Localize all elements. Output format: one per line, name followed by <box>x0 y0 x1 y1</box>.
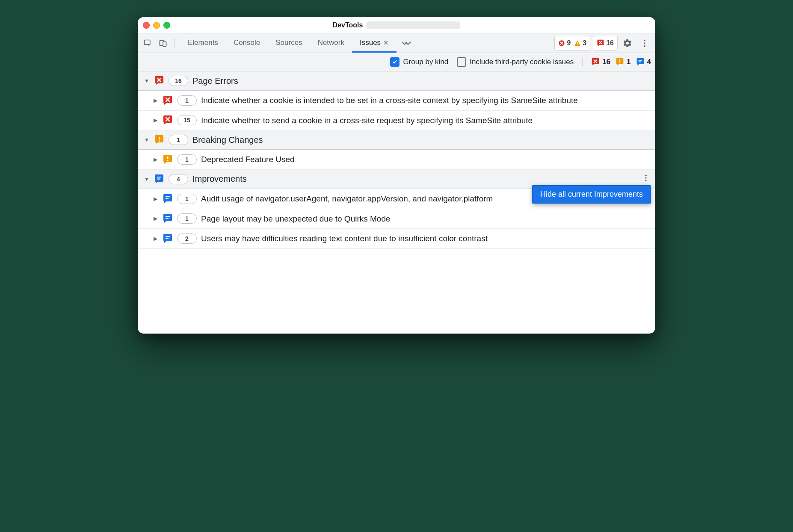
tab-label: Sources <box>275 38 302 47</box>
tabs: Elements Console Sources Network Issues … <box>180 34 416 53</box>
issue-count-pill: 15 <box>177 115 197 125</box>
count-value: 16 <box>602 58 610 66</box>
count-value: 16 <box>606 39 614 47</box>
group-header-breaking-changes[interactable]: 1 Breaking Changes <box>138 130 655 150</box>
error-count: 9 <box>558 39 571 47</box>
error-bubble-icon <box>163 115 173 125</box>
inspect-element-icon[interactable] <box>141 37 154 50</box>
issue-row[interactable]: 15 Indicate whether to send a cookie in … <box>138 111 655 131</box>
tab-network[interactable]: Network <box>310 34 352 53</box>
chevron-right-icon <box>152 196 158 202</box>
issue-row[interactable]: 1 Page layout may be unexpected due to Q… <box>138 209 655 229</box>
close-tab-icon[interactable]: ✕ <box>383 39 389 47</box>
zoom-window-button[interactable] <box>163 22 170 29</box>
warning-count: 3 <box>574 39 586 47</box>
group-count-pill: 4 <box>169 174 188 184</box>
svg-rect-5 <box>577 44 578 45</box>
settings-icon[interactable] <box>620 36 635 50</box>
warning-bubble-icon <box>163 154 173 165</box>
more-tabs-icon[interactable] <box>396 34 416 53</box>
close-window-button[interactable] <box>143 22 150 29</box>
svg-rect-17 <box>157 177 161 177</box>
context-menu-label: Hide all current Improvements <box>540 190 643 198</box>
issue-message: Indicate whether to send a cookie in a c… <box>201 115 649 126</box>
checkbox-label: Group by kind <box>403 58 448 66</box>
kebab-menu-icon[interactable] <box>642 174 650 185</box>
svg-rect-0 <box>145 40 150 45</box>
group-title: Breaking Changes <box>192 135 263 145</box>
tab-issues[interactable]: Issues ✕ <box>352 34 396 53</box>
more-options-icon[interactable] <box>637 36 652 50</box>
svg-point-7 <box>644 42 645 44</box>
third-party-cookie-checkbox[interactable]: Include third-party cookie issues <box>457 57 574 67</box>
error-bubble-icon <box>163 95 173 106</box>
tab-elements[interactable]: Elements <box>180 34 226 53</box>
svg-rect-18 <box>157 178 160 179</box>
count-value: 1 <box>627 58 630 66</box>
group-title: Page Errors <box>192 76 238 86</box>
checkbox-unchecked-icon <box>457 57 466 67</box>
count-value: 9 <box>567 39 571 47</box>
svg-rect-12 <box>638 62 641 62</box>
count-info[interactable]: 4 <box>636 58 651 66</box>
svg-point-20 <box>645 177 646 178</box>
context-menu-hide-improvements[interactable]: Hide all current Improvements <box>532 185 651 204</box>
issues-toolbar: Group by kind Include third-party cookie… <box>138 53 655 71</box>
issue-row[interactable]: 2 Users may have difficulties reading te… <box>138 229 655 249</box>
issue-row[interactable]: 1 Deprecated Feature Used <box>138 150 655 170</box>
issue-row[interactable]: 1 Indicate whether a cookie is intended … <box>138 91 655 111</box>
svg-rect-10 <box>619 62 620 63</box>
count-errors[interactable]: 16 <box>591 58 610 66</box>
status-pill-issues[interactable]: 16 <box>593 36 618 50</box>
svg-point-21 <box>645 180 646 181</box>
chevron-down-icon <box>144 137 150 143</box>
info-bubble-icon <box>163 233 173 244</box>
svg-rect-2 <box>163 42 166 47</box>
issue-count-pill: 1 <box>177 194 197 204</box>
tab-console[interactable]: Console <box>226 34 268 53</box>
group-header-improvements[interactable]: 4 Improvements Hide all current Improvem… <box>138 170 655 189</box>
tab-label: Console <box>234 38 260 47</box>
status-pill-errors-warnings[interactable]: 9 3 <box>554 36 590 50</box>
redacted-url <box>366 21 460 29</box>
issue-counts: 16 1 4 <box>591 58 651 66</box>
chevron-down-icon <box>144 176 150 182</box>
group-count-pill: 16 <box>169 76 188 86</box>
count-value: 4 <box>647 58 651 66</box>
group-header-page-errors[interactable]: 16 Page Errors <box>138 71 655 91</box>
issue-message: Indicate whether a cookie is intended to… <box>201 95 649 106</box>
group-title: Improvements <box>192 174 247 184</box>
checkbox-label: Include third-party cookie issues <box>470 58 574 66</box>
issue-message: Page layout may be unexpected due to Qui… <box>201 213 649 225</box>
group-by-kind-checkbox[interactable]: Group by kind <box>390 57 448 67</box>
issue-count-pill: 2 <box>177 233 197 244</box>
issue-count-pill: 1 <box>177 95 197 106</box>
svg-rect-27 <box>166 238 169 239</box>
divider <box>582 57 583 67</box>
chevron-right-icon <box>152 236 158 242</box>
minimize-window-button[interactable] <box>153 22 160 29</box>
info-bubble-icon <box>163 194 173 204</box>
chevron-right-icon <box>152 216 158 222</box>
tab-sources[interactable]: Sources <box>268 34 310 53</box>
group-count-pill: 1 <box>169 135 188 145</box>
info-bubble-icon <box>154 174 164 184</box>
tab-label: Elements <box>188 38 218 47</box>
window-title: DevTools <box>333 21 363 29</box>
issue-count-pill: 1 <box>177 154 197 165</box>
error-bubble-icon <box>154 76 164 86</box>
svg-rect-25 <box>166 218 169 219</box>
warning-bubble-icon <box>154 135 164 145</box>
info-bubble-icon <box>163 213 173 224</box>
svg-rect-22 <box>166 196 170 197</box>
svg-rect-4 <box>577 42 578 44</box>
svg-rect-16 <box>167 160 169 161</box>
chevron-right-icon <box>152 98 158 103</box>
svg-point-6 <box>644 40 645 41</box>
svg-point-19 <box>645 174 646 176</box>
device-toolbar-icon[interactable] <box>157 37 169 50</box>
chevron-right-icon <box>152 117 158 123</box>
count-warnings[interactable]: 1 <box>615 58 630 66</box>
svg-rect-23 <box>166 198 169 199</box>
devtools-window: DevTools Elements Console Sources Networ… <box>138 17 655 334</box>
